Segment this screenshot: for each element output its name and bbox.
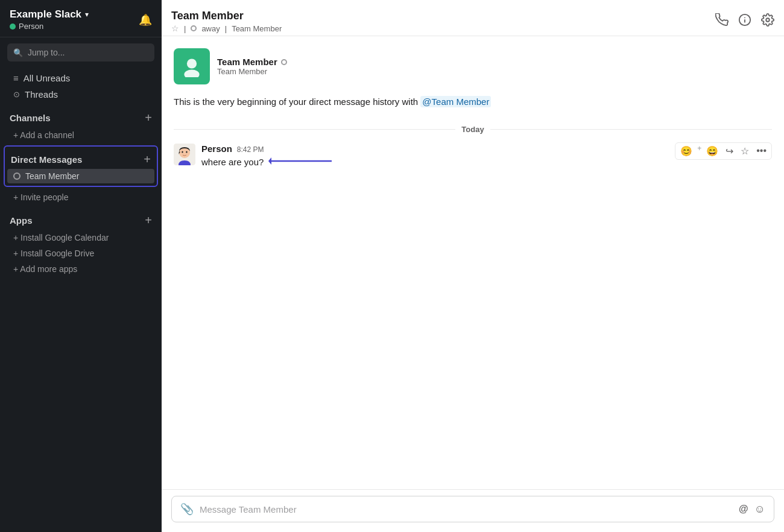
svg-point-4 bbox=[187, 59, 197, 68]
sidebar-header: Example Slack ▾ Person 🔔 bbox=[0, 0, 162, 37]
settings-icon[interactable] bbox=[761, 13, 774, 30]
table-row: Person 8:42 PM where are you? 😊 + bbox=[174, 140, 772, 173]
channel-title: Team Member bbox=[171, 10, 282, 22]
message-time: 8:42 PM bbox=[237, 145, 264, 154]
topbar-breadcrumb: Team Member bbox=[232, 24, 282, 33]
star-message-button[interactable]: ☆ bbox=[738, 144, 751, 158]
date-label: Today bbox=[461, 125, 484, 134]
topbar-meta: ☆ | away | Team Member bbox=[171, 24, 282, 33]
invite-people-label: + Invite people bbox=[13, 192, 68, 202]
invite-people-button[interactable]: + Invite people bbox=[4, 189, 158, 205]
divider-pipe-2: | bbox=[225, 24, 227, 33]
add-channel-button[interactable]: + Add a channel bbox=[4, 127, 158, 143]
sidebar-nav: ≡ All Unreads ⊙ Threads Channels + + Add… bbox=[0, 68, 162, 532]
reply-button[interactable]: ↪ bbox=[723, 144, 736, 158]
threads-label: Threads bbox=[25, 89, 58, 100]
online-status-icon bbox=[10, 24, 16, 30]
emoji-picker-button[interactable]: ☺ bbox=[754, 503, 765, 516]
channels-title: Channels bbox=[10, 113, 51, 123]
add-more-apps-label: + Add more apps bbox=[13, 264, 77, 274]
svg-point-5 bbox=[184, 69, 199, 77]
notifications-bell-icon[interactable]: 🔔 bbox=[139, 13, 152, 27]
svg-point-8 bbox=[182, 151, 183, 153]
add-channel-label: + Add a channel bbox=[13, 130, 74, 140]
add-app-icon[interactable]: + bbox=[145, 214, 152, 227]
dm-intro-info: Team Member Team Member bbox=[217, 48, 287, 84]
dm-section-title: Direct Messages bbox=[11, 154, 82, 165]
all-unreads-icon: ≡ bbox=[13, 73, 19, 83]
history-text-main: This is the very beginning of your direc… bbox=[174, 97, 418, 107]
avatar bbox=[174, 144, 195, 165]
team-member-status-icon bbox=[13, 173, 21, 180]
topbar-info: Team Member ☆ | away | Team Member bbox=[171, 10, 282, 33]
dm-intro: Team Member Team Member bbox=[174, 48, 772, 84]
date-line-right bbox=[490, 129, 772, 130]
divider-pipe: | bbox=[184, 24, 186, 33]
attach-icon[interactable]: 📎 bbox=[180, 502, 194, 516]
message-body: where are you? bbox=[201, 157, 264, 167]
phone-icon[interactable] bbox=[715, 13, 729, 30]
messages-area[interactable]: Team Member Team Member This is the very… bbox=[162, 36, 784, 489]
dm-history-text: This is the very beginning of your direc… bbox=[174, 97, 772, 107]
topbar: Team Member ☆ | away | Team Member bbox=[162, 0, 784, 36]
workspace-chevron-icon: ▾ bbox=[85, 10, 89, 19]
topbar-actions bbox=[715, 13, 774, 30]
dm-team-member-label: Team Member bbox=[25, 171, 79, 181]
threads-icon: ⊙ bbox=[13, 90, 20, 99]
message-actions: 😊 + 😄 ↪ ☆ ••• bbox=[675, 142, 772, 160]
more-actions-button[interactable]: ••• bbox=[754, 144, 769, 158]
away-text: away bbox=[201, 24, 220, 33]
svg-point-3 bbox=[766, 18, 770, 22]
svg-marker-11 bbox=[268, 157, 271, 165]
dm-intro-name: Team Member bbox=[217, 57, 287, 67]
sidebar-item-threads[interactable]: ⊙ Threads bbox=[4, 86, 158, 103]
date-line-left bbox=[174, 129, 455, 130]
install-google-calendar-label: + Install Google Calendar bbox=[13, 233, 109, 242]
at-mention-button[interactable]: @ bbox=[739, 504, 748, 515]
input-area: 📎 @ ☺ bbox=[162, 489, 784, 532]
svg-point-9 bbox=[186, 151, 187, 153]
dm-section-header[interactable]: Direct Messages + bbox=[5, 149, 157, 169]
add-dm-icon[interactable]: + bbox=[144, 153, 151, 166]
jump-to-label: Jump to... bbox=[28, 48, 65, 57]
team-member-avatar-large bbox=[174, 48, 210, 84]
star-icon[interactable]: ☆ bbox=[171, 24, 179, 33]
install-google-calendar-button[interactable]: + Install Google Calendar bbox=[4, 230, 158, 245]
arrow-annotation bbox=[268, 155, 341, 169]
install-google-drive-label: + Install Google Drive bbox=[13, 249, 94, 258]
dm-intro-name-text: Team Member bbox=[217, 57, 277, 67]
message-input-box: 📎 @ ☺ bbox=[171, 496, 774, 522]
dm-intro-subtitle: Team Member bbox=[217, 67, 287, 76]
emoji-button[interactable]: 😄 bbox=[704, 144, 721, 158]
dm-section: Direct Messages + Team Member bbox=[4, 145, 158, 187]
apps-title: Apps bbox=[10, 215, 33, 226]
history-mention[interactable]: @Team Member bbox=[420, 96, 491, 107]
sidebar-item-all-unreads[interactable]: ≡ All Unreads bbox=[4, 70, 158, 86]
user-status-row: Person bbox=[10, 22, 89, 31]
search-icon: 🔍 bbox=[13, 48, 23, 57]
message-sender: Person bbox=[201, 144, 232, 154]
apps-section-header[interactable]: Apps + bbox=[0, 205, 162, 230]
add-reaction-button[interactable]: 😊 bbox=[678, 144, 695, 158]
install-google-drive-button[interactable]: + Install Google Drive bbox=[4, 245, 158, 261]
workspace-name: Example Slack bbox=[10, 8, 81, 21]
away-status-icon bbox=[191, 25, 197, 31]
person-name: Person bbox=[19, 22, 43, 31]
workspace-title-row[interactable]: Example Slack ▾ bbox=[10, 8, 89, 21]
main-content: Team Member ☆ | away | Team Member bbox=[162, 0, 784, 532]
sidebar: Example Slack ▾ Person 🔔 🔍 Jump to... ≡ … bbox=[0, 0, 162, 532]
info-icon[interactable] bbox=[738, 13, 751, 30]
message-input[interactable] bbox=[200, 504, 733, 515]
all-unreads-label: All Unreads bbox=[24, 73, 71, 83]
jump-to-button[interactable]: 🔍 Jump to... bbox=[7, 43, 154, 62]
add-more-apps-button[interactable]: + Add more apps bbox=[4, 261, 158, 277]
add-channel-icon[interactable]: + bbox=[145, 111, 152, 125]
channels-section-header[interactable]: Channels + bbox=[0, 103, 162, 127]
dm-intro-status-icon bbox=[281, 59, 287, 65]
dm-item-team-member[interactable]: Team Member bbox=[7, 169, 154, 183]
date-divider: Today bbox=[174, 125, 772, 134]
